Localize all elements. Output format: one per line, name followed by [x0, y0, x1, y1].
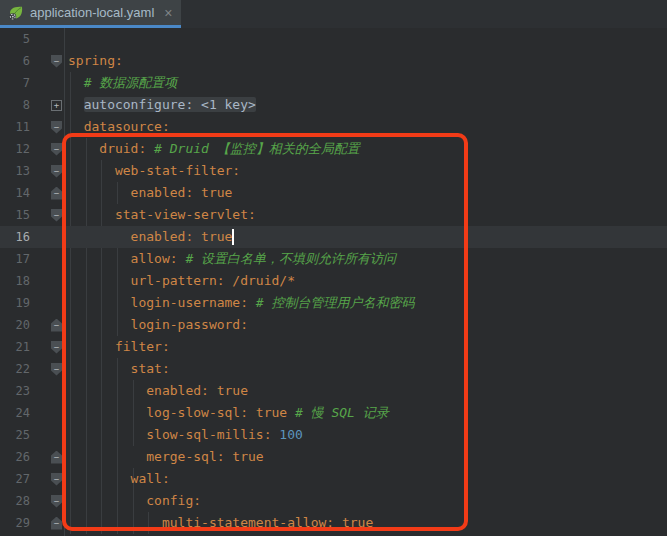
code-text — [64, 28, 68, 50]
code-line-13[interactable]: 13− web-stat-filter: — [0, 160, 667, 182]
code-segment-key: enabled: — [68, 185, 193, 200]
code-text: wall: — [64, 468, 170, 490]
fold-expand-icon[interactable]: + — [51, 100, 62, 111]
code-line-28[interactable]: 28− config: — [0, 490, 667, 512]
code-segment-comment: # 慢 SQL 记录 — [287, 405, 389, 420]
code-segment-folded: autoconfigure: <1 key> — [84, 97, 256, 112]
fold-gutter: − — [30, 468, 64, 490]
code-segment-key: allow: — [68, 251, 178, 266]
code-segment-key: filter: — [68, 339, 170, 354]
fold-collapse-icon[interactable]: − — [51, 363, 62, 376]
code-line-17[interactable]: 17 allow: # 设置白名单，不填则允许所有访问 — [0, 248, 667, 270]
fold-collapse-icon[interactable]: − — [51, 55, 62, 68]
code-line-29[interactable]: 29− multi-statement-allow: true — [0, 512, 667, 534]
code-line-11[interactable]: 11− datasource: — [0, 116, 667, 138]
fold-collapse-icon[interactable]: − — [51, 341, 62, 354]
code-segment-comment: # 数据源配置项 — [68, 75, 177, 90]
ide-window: application-local.yaml × 56−spring:7 # 数… — [0, 0, 667, 536]
fold-collapse-icon[interactable]: − — [51, 517, 62, 530]
code-line-19[interactable]: 19 login-username: # 控制台管理用户名和密码 — [0, 292, 667, 314]
fold-gutter: − — [30, 50, 64, 72]
line-number: 5 — [0, 28, 30, 50]
code-segment-value: /druid/* — [225, 273, 295, 288]
editor[interactable]: 56−spring:7 # 数据源配置项8+ autoconfigure: <1… — [0, 28, 667, 536]
code-text: druid: # Druid 【监控】相关的全局配置 — [64, 138, 360, 160]
fold-gutter: − — [30, 182, 64, 204]
code-segment-key: url-pattern: — [68, 273, 225, 288]
fold-gutter — [30, 226, 64, 248]
line-number: 28 — [0, 490, 30, 512]
code-text: enabled: true — [64, 182, 232, 204]
line-number: 16 — [0, 226, 30, 248]
tab-title: application-local.yaml — [30, 5, 154, 20]
line-number: 14 — [0, 182, 30, 204]
code-line-25[interactable]: 25 slow-sql-millis: 100 — [0, 424, 667, 446]
code-segment-key: multi-statement-allow: — [68, 515, 334, 530]
code-line-6[interactable]: 6−spring: — [0, 50, 667, 72]
code-line-22[interactable]: 22− stat: — [0, 358, 667, 380]
text-caret — [232, 229, 234, 245]
fold-collapse-icon[interactable]: − — [51, 187, 62, 200]
code-text: web-stat-filter: — [64, 160, 240, 182]
fold-gutter: − — [30, 490, 64, 512]
fold-collapse-icon[interactable]: − — [51, 495, 62, 508]
code-text: # 数据源配置项 — [64, 72, 177, 94]
fold-gutter — [30, 292, 64, 314]
fold-collapse-icon[interactable]: − — [51, 143, 62, 156]
fold-gutter — [30, 424, 64, 446]
fold-collapse-icon[interactable]: − — [51, 319, 62, 332]
code-line-14[interactable]: 14− enabled: true — [0, 182, 667, 204]
code-segment-key: enabled: — [68, 229, 193, 244]
code-line-21[interactable]: 21− filter: — [0, 336, 667, 358]
code-line-20[interactable]: 20− login-password: — [0, 314, 667, 336]
code-line-12[interactable]: 12− druid: # Druid 【监控】相关的全局配置 — [0, 138, 667, 160]
fold-collapse-icon[interactable]: − — [51, 473, 62, 486]
fold-gutter: − — [30, 358, 64, 380]
line-number: 27 — [0, 468, 30, 490]
fold-gutter — [30, 28, 64, 50]
code-line-7[interactable]: 7 # 数据源配置项 — [0, 72, 667, 94]
code-line-5[interactable]: 5 — [0, 28, 667, 50]
code-segment-key: login-username: — [68, 295, 248, 310]
code-line-15[interactable]: 15− stat-view-servlet: — [0, 204, 667, 226]
code-segment-value: true — [248, 405, 287, 420]
code-text: config: — [64, 490, 201, 512]
code-segment-key: datasource: — [68, 119, 170, 134]
line-number: 24 — [0, 402, 30, 424]
code-text: stat-view-servlet: — [64, 204, 256, 226]
code-segment-key: enabled: — [68, 383, 209, 398]
code-line-8[interactable]: 8+ autoconfigure: <1 key> — [0, 94, 667, 116]
code-text: enabled: true — [64, 380, 248, 402]
line-number: 23 — [0, 380, 30, 402]
fold-collapse-icon[interactable]: − — [51, 209, 62, 222]
code-line-18[interactable]: 18 url-pattern: /druid/* — [0, 270, 667, 292]
code-line-16[interactable]: 16 enabled: true — [0, 226, 667, 248]
code-line-23[interactable]: 23 enabled: true — [0, 380, 667, 402]
code-text: merge-sql: true — [64, 446, 264, 468]
code-text: filter: — [64, 336, 170, 358]
code-segment-number: 100 — [272, 427, 303, 442]
code-segment-key: web-stat-filter: — [68, 163, 240, 178]
fold-collapse-icon[interactable]: − — [51, 451, 62, 464]
line-number: 29 — [0, 512, 30, 534]
line-number: 6 — [0, 50, 30, 72]
fold-collapse-icon[interactable]: − — [51, 165, 62, 178]
line-number: 17 — [0, 248, 30, 270]
fold-collapse-icon[interactable]: − — [51, 121, 62, 134]
fold-gutter: − — [30, 314, 64, 336]
code-text: log-slow-sql: true # 慢 SQL 记录 — [64, 402, 389, 424]
code-segment-key: spring: — [68, 53, 123, 68]
tab-close-icon[interactable]: × — [164, 6, 172, 20]
code-line-24[interactable]: 24 log-slow-sql: true # 慢 SQL 记录 — [0, 402, 667, 424]
line-number: 26 — [0, 446, 30, 468]
fold-gutter — [30, 270, 64, 292]
tab-application-local-yaml[interactable]: application-local.yaml × — [0, 0, 181, 28]
code-segment-value: true — [193, 185, 232, 200]
code-text: datasource: — [64, 116, 170, 138]
editor-tab-bar: application-local.yaml × — [0, 0, 667, 28]
line-number: 20 — [0, 314, 30, 336]
code-line-27[interactable]: 27− wall: — [0, 468, 667, 490]
code-line-26[interactable]: 26− merge-sql: true — [0, 446, 667, 468]
code-segment-value: true — [225, 449, 264, 464]
code-segment-key: wall: — [68, 471, 170, 486]
